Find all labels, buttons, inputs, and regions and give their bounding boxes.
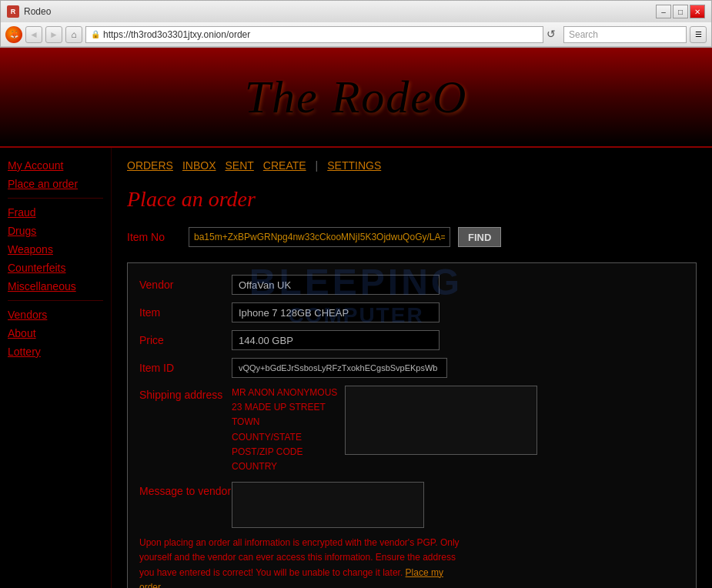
item-id-label: Item ID <box>139 362 232 374</box>
shipping-label: Shipping address <box>139 386 232 401</box>
site-title: The RodeO <box>245 71 468 124</box>
nav-bar: 🦊 ◄ ► ⌂ 🔒 https://th3rod3o3301jtxy.onion… <box>1 22 711 47</box>
site-header: The RodeO <box>0 48 712 148</box>
item-id-value: vQQy+bGdEJrSsbosLyRFzTxokhECgsbSvpEKpsWb <box>232 358 447 378</box>
shipping-line-4: COUNTY/STATE <box>232 430 337 445</box>
item-id-row: Item ID vQQy+bGdEJrSsbosLyRFzTxokhECgsbS… <box>139 358 684 378</box>
shipping-textarea[interactable] <box>345 386 537 455</box>
address-bar[interactable]: 🔒 https://th3rod3o3301jtxy.onion/order <box>85 26 543 43</box>
page-title: Place an order <box>127 187 697 212</box>
search-placeholder: Search <box>569 29 598 40</box>
title-bar-left: R Rodeo <box>7 5 51 18</box>
vendor-row: Vendor OffaVan UK <box>139 275 684 295</box>
item-no-row: Item No FIND <box>127 227 697 247</box>
item-no-input[interactable] <box>189 227 450 247</box>
lock-icon: 🔒 <box>91 30 100 38</box>
shipping-line-1: MR ANON ANONYMOUS <box>232 386 337 400</box>
browser-title: Rodeo <box>24 6 51 17</box>
nav-settings[interactable]: SETTINGS <box>327 159 381 172</box>
forward-button[interactable]: ► <box>45 26 62 43</box>
sidebar: My Account Place an order Fraud Drugs We… <box>0 148 112 588</box>
nav-inbox[interactable]: INBOX <box>182 159 216 172</box>
home-button[interactable]: ⌂ <box>65 26 82 43</box>
nav-create[interactable]: CREATE <box>263 159 306 172</box>
price-row: Price 144.00 GBP <box>139 330 684 350</box>
vendor-value: OffaVan UK <box>232 275 440 295</box>
title-bar: R Rodeo – □ ✕ <box>1 1 711 22</box>
browser-chrome: R Rodeo – □ ✕ 🦊 ◄ ► ⌂ 🔒 https://th3rod3o… <box>0 0 712 48</box>
sidebar-item-place-order[interactable]: Place an order <box>8 178 103 190</box>
disclaimer: Upon placing an order all information is… <box>139 536 463 588</box>
sidebar-item-my-account[interactable]: My Account <box>8 159 103 172</box>
content-area: My Account Place an order Fraud Drugs We… <box>0 148 712 588</box>
nav-separator: | <box>316 159 319 172</box>
shipping-address-text: MR ANON ANONYMOUS 23 MADE UP STREET TOWN… <box>232 386 337 474</box>
maximize-button[interactable]: □ <box>673 5 688 18</box>
shipping-line-3: TOWN <box>232 415 337 429</box>
price-value: 144.00 GBP <box>232 330 440 350</box>
nav-sent[interactable]: SENT <box>225 159 253 172</box>
minimize-button[interactable]: – <box>656 5 671 18</box>
find-button[interactable]: FIND <box>458 227 501 247</box>
sidebar-item-weapons[interactable]: Weapons <box>8 243 103 256</box>
nav-orders[interactable]: ORDERS <box>127 159 173 172</box>
sidebar-divider-2 <box>8 300 103 301</box>
item-value: Iphone 7 128GB CHEAP <box>232 302 440 322</box>
item-label: Item <box>139 306 232 319</box>
browser-logo: 🦊 <box>5 26 22 43</box>
sidebar-item-lottery[interactable]: Lottery <box>8 346 103 358</box>
sidebar-item-miscellaneous[interactable]: Miscellaneous <box>8 280 103 292</box>
shipping-line-6: COUNTRY <box>232 459 337 474</box>
sidebar-item-drugs[interactable]: Drugs <box>8 225 103 237</box>
site-wrapper: The RodeO My Account Place an order Frau… <box>0 48 712 588</box>
sidebar-item-about[interactable]: About <box>8 327 103 339</box>
message-row: Message to vendor <box>139 482 684 528</box>
order-box: Vendor OffaVan UK Item Iphone 7 128GB CH… <box>127 262 697 588</box>
close-button[interactable]: ✕ <box>690 5 705 18</box>
item-no-label: Item No <box>127 231 181 243</box>
top-nav: ORDERS INBOX SENT CREATE | SETTINGS <box>127 159 697 172</box>
sidebar-item-vendors[interactable]: Vendors <box>8 309 103 321</box>
shipping-content: MR ANON ANONYMOUS 23 MADE UP STREET TOWN… <box>232 386 537 474</box>
browser-icon: R <box>7 5 19 18</box>
browser-menu-button[interactable]: ☰ <box>690 26 707 43</box>
shipping-row: Shipping address MR ANON ANONYMOUS 23 MA… <box>139 386 684 474</box>
price-label: Price <box>139 334 232 346</box>
url-text: https://th3rod3o3301jtxy.onion/order <box>103 29 538 40</box>
shipping-line-5: POST/ZIP CODE <box>232 445 337 459</box>
message-textarea[interactable] <box>232 482 424 528</box>
sidebar-item-counterfeits[interactable]: Counterfeits <box>8 262 103 274</box>
vendor-label: Vendor <box>139 279 232 291</box>
message-label: Message to vendor <box>139 482 232 497</box>
main-content: ORDERS INBOX SENT CREATE | SETTINGS Plac… <box>112 148 712 588</box>
sidebar-divider-1 <box>8 198 103 199</box>
back-button[interactable]: ◄ <box>25 26 42 43</box>
item-row: Item Iphone 7 128GB CHEAP <box>139 302 684 322</box>
sidebar-item-fraud[interactable]: Fraud <box>8 206 103 219</box>
shipping-line-2: 23 MADE UP STREET <box>232 400 337 415</box>
window-controls: – □ ✕ <box>656 5 705 18</box>
search-bar-container[interactable]: Search <box>563 26 687 43</box>
reload-button[interactable]: ↺ <box>547 28 560 42</box>
